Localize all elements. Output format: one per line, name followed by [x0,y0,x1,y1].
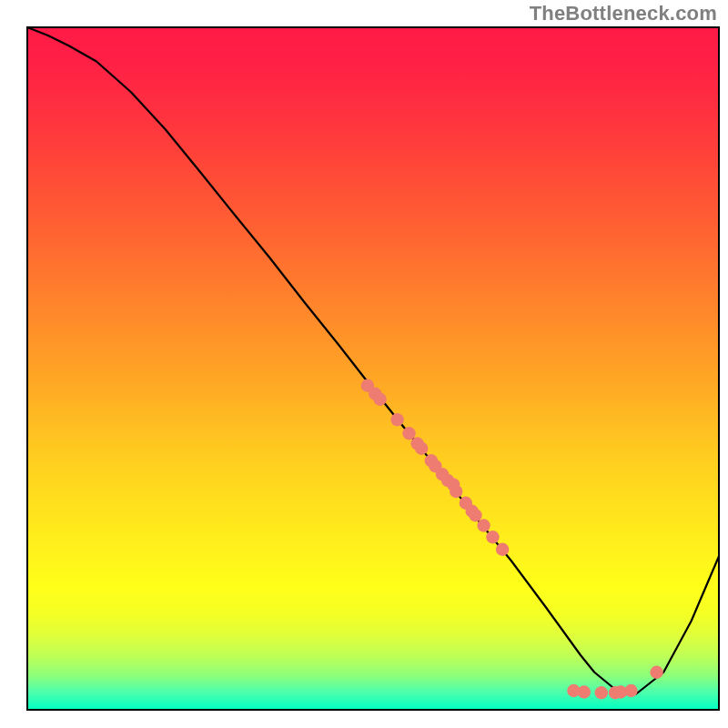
data-point [477,519,490,531]
data-point [402,427,415,440]
data-point [469,509,481,521]
data-point [390,413,403,426]
data-point [578,685,591,698]
data-point [496,543,509,556]
plot-background [27,27,719,710]
data-point [415,442,428,455]
data-point [486,531,499,543]
chart-stage: TheBottleneck.com [0,0,728,728]
data-point [624,684,637,697]
data-point [595,686,608,699]
data-point [650,666,662,679]
watermark-label: TheBottleneck.com [530,2,717,25]
chart-svg [0,0,728,728]
data-point [450,485,462,498]
data-point [373,393,386,406]
